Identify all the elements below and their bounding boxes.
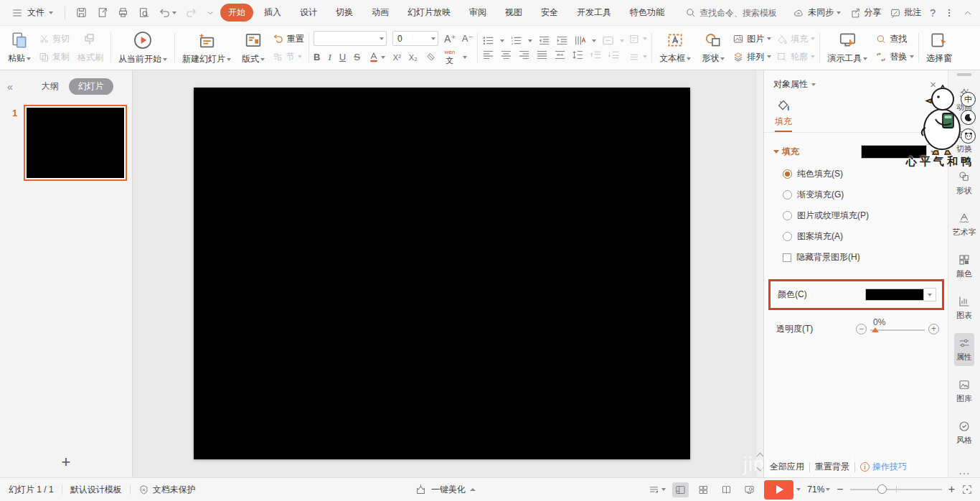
italic-button[interactable]: I <box>328 52 331 63</box>
superscript-button[interactable]: X² <box>393 53 401 62</box>
search-input[interactable] <box>699 8 789 18</box>
widget-moon-button[interactable] <box>961 110 976 125</box>
layout-button[interactable]: 版式 <box>239 29 268 66</box>
sidebar-handle-icon[interactable] <box>957 73 971 76</box>
transparency-slider[interactable]: 0% <box>870 322 925 336</box>
distribute-icon[interactable] <box>554 50 566 60</box>
tab-slideshow[interactable]: 幻灯片放映 <box>400 4 458 22</box>
dropdown-button[interactable] <box>924 288 936 301</box>
underline-button[interactable]: U <box>339 52 346 62</box>
option-gradient-fill[interactable]: 渐变填充(G) <box>783 189 948 201</box>
panel-title[interactable]: 对象属性 <box>773 78 816 90</box>
play-from-current-button[interactable]: 从当前开始 <box>116 29 170 66</box>
find-button[interactable]: 查找 <box>875 33 914 45</box>
slider-handle[interactable] <box>872 327 879 332</box>
tab-features[interactable]: 特色功能 <box>622 4 672 22</box>
sidebar-item-properties[interactable]: 属性 <box>954 333 974 366</box>
collapse-ribbon-icon[interactable] <box>963 8 973 18</box>
canvas-scrollbar[interactable] <box>755 70 763 477</box>
para-space-before-icon[interactable] <box>590 50 602 60</box>
grow-font-button[interactable]: A⁺ <box>444 33 456 45</box>
format-painter-button[interactable]: 格式刷 <box>75 31 106 65</box>
apply-all-button[interactable]: 全部应用 <box>770 461 804 473</box>
copy-button[interactable]: 复制 <box>39 51 70 63</box>
cut-button[interactable]: 剪切 <box>39 33 70 45</box>
strikethrough-button[interactable]: S <box>354 52 360 62</box>
save-button[interactable] <box>72 4 90 21</box>
numbering-icon[interactable] <box>510 35 522 46</box>
present-tools-button[interactable]: 演示工具 <box>824 30 870 65</box>
print-button[interactable] <box>114 4 132 21</box>
view-sorter-button[interactable] <box>695 482 712 497</box>
print-preview-button[interactable] <box>135 4 153 21</box>
textbox-button[interactable]: 文本框 <box>656 30 694 65</box>
tab-outline[interactable]: 大纲 <box>42 80 59 93</box>
transparency-increase-button[interactable]: + <box>928 324 939 334</box>
reset-button[interactable]: 重置 <box>273 33 304 45</box>
panel-collapse-button[interactable]: « <box>6 81 14 93</box>
font-family-select[interactable] <box>314 31 387 46</box>
view-normal-button[interactable] <box>672 482 689 497</box>
tab-home[interactable]: 开始 <box>220 4 253 22</box>
redo-button[interactable] <box>182 4 200 21</box>
sidebar-item-wordart[interactable]: 艺术字 <box>951 208 979 241</box>
file-menu[interactable]: 文件 <box>7 4 57 22</box>
transparency-decrease-button[interactable]: − <box>856 324 867 334</box>
selection-pane-button[interactable]: 选择窗 <box>923 30 955 65</box>
textbox-align-icon[interactable] <box>602 35 614 46</box>
tab-design[interactable]: 设计 <box>292 4 325 22</box>
zoom-in-button[interactable]: + <box>948 483 955 496</box>
text-direction-icon[interactable] <box>574 35 586 46</box>
fill-button[interactable]: 填充 <box>776 33 815 45</box>
sidebar-item-gallery[interactable]: 图库 <box>954 375 974 408</box>
tips-link[interactable]: i操作技巧 <box>860 461 907 473</box>
tab-insert[interactable]: 插入 <box>256 4 289 22</box>
share-button[interactable]: 分享 <box>849 6 881 19</box>
replace-button[interactable]: 替换 <box>875 51 914 63</box>
font-size-select[interactable]: 0 <box>392 31 438 46</box>
sidebar-item-chart[interactable]: 图表 <box>954 291 974 324</box>
phonetic-guide-button[interactable]: wén 文 <box>444 50 455 65</box>
tab-slides[interactable]: 幻灯片 <box>69 78 113 95</box>
editor-canvas[interactable] <box>133 70 763 477</box>
sidebar-item-shape[interactable]: 形状 <box>954 167 974 200</box>
slide-thumbnail[interactable] <box>24 105 127 181</box>
add-slide-button[interactable]: + <box>0 453 132 472</box>
design-template-button[interactable]: 默认设计模板 <box>62 484 130 496</box>
tab-security[interactable]: 安全 <box>533 4 566 22</box>
document-protection-button[interactable]: 文档未保护 <box>131 484 204 496</box>
tab-view[interactable]: 视图 <box>497 4 530 22</box>
align-left-icon[interactable] <box>482 50 494 60</box>
fill-section-header[interactable]: 填充 <box>773 146 799 158</box>
tab-fill[interactable]: 填充 <box>764 92 797 132</box>
para-space-after-icon[interactable] <box>608 50 620 60</box>
shrink-font-button[interactable]: A⁻ <box>462 33 473 44</box>
zoom-slider[interactable] <box>850 484 942 495</box>
zoom-out-button[interactable]: − <box>837 483 843 496</box>
help-button[interactable]: ? <box>930 7 936 19</box>
shapes-button[interactable]: 形状 <box>699 30 727 65</box>
new-slide-button[interactable]: 新建幻灯片 <box>179 29 234 66</box>
clear-format-icon[interactable] <box>425 52 436 63</box>
align-right-icon[interactable] <box>518 50 530 60</box>
para-settings-icon[interactable] <box>629 34 641 45</box>
sync-status-button[interactable]: 未同步 <box>792 6 841 19</box>
outline-button[interactable]: 轮廓 <box>776 51 815 63</box>
decrease-indent-icon[interactable] <box>538 35 550 46</box>
chevron-down-icon[interactable] <box>796 488 801 491</box>
tab-devtools[interactable]: 开发工具 <box>569 4 619 22</box>
sidebar-item-colors[interactable]: 颜色 <box>954 250 974 283</box>
scroll-down-icon[interactable] <box>757 464 764 472</box>
option-pattern-fill[interactable]: 图案填充(A) <box>783 230 948 243</box>
justify-icon[interactable] <box>536 50 548 60</box>
arrange-button[interactable]: 排列 <box>732 51 771 63</box>
line-spacing-icon[interactable] <box>572 50 584 60</box>
option-hide-background[interactable]: 隐藏背景图形(H) <box>783 251 948 263</box>
subscript-button[interactable]: X₂ <box>409 53 418 62</box>
tab-review[interactable]: 审阅 <box>461 4 494 22</box>
list-more-icon[interactable] <box>629 52 641 62</box>
option-solid-fill[interactable]: 纯色填充(S) <box>783 168 948 180</box>
output-button[interactable] <box>93 4 111 21</box>
tab-transition[interactable]: 切换 <box>328 4 361 22</box>
beautify-button[interactable]: 一键美化 <box>415 484 476 496</box>
